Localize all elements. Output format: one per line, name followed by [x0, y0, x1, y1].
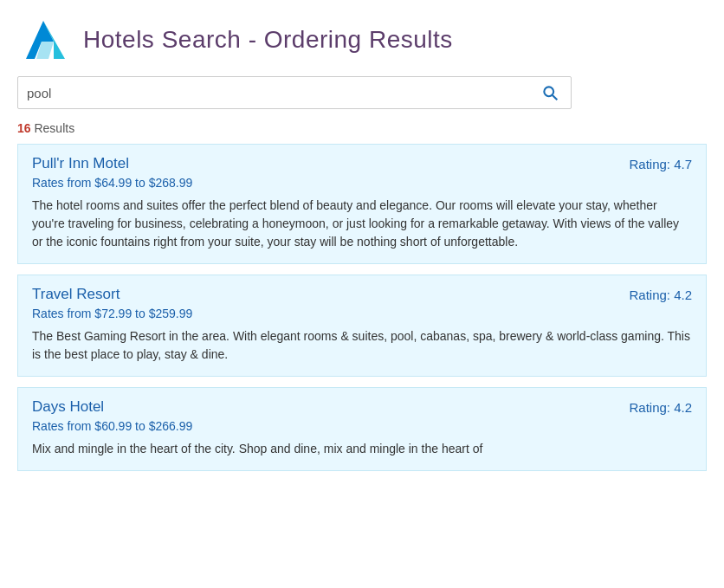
hotel-description-0: The hotel rooms and suites offer the per…: [32, 197, 692, 251]
hotel-name-2[interactable]: Days Hotel: [32, 398, 104, 416]
hotel-card-1: Travel Resort Rating: 4.2 Rates from $72…: [17, 275, 707, 377]
results-number: 16: [17, 121, 31, 135]
svg-line-5: [553, 95, 557, 100]
results-list[interactable]: Pull'r Inn Motel Rating: 4.7 Rates from …: [0, 144, 724, 588]
hotel-rating-0: Rating: 4.7: [629, 157, 692, 171]
hotel-rates-0: Rates from $64.99 to $268.99: [32, 176, 692, 190]
svg-point-4: [544, 87, 553, 96]
search-button[interactable]: [538, 81, 562, 105]
main-content: Pull'r Inn Motel Rating: 4.7 Rates from …: [0, 144, 724, 588]
hotel-card-0: Pull'r Inn Motel Rating: 4.7 Rates from …: [17, 144, 707, 264]
hotel-card-header-0: Pull'r Inn Motel Rating: 4.7: [32, 155, 692, 172]
header: Hotels Search - Ordering Results: [0, 0, 724, 76]
search-input[interactable]: [27, 86, 538, 100]
hotel-card-header-1: Travel Resort Rating: 4.2: [32, 286, 692, 303]
hotel-description-2: Mix and mingle in the heart of the city.…: [32, 440, 692, 458]
results-label: Results: [31, 121, 75, 135]
hotel-name-0[interactable]: Pull'r Inn Motel: [32, 155, 129, 172]
hotel-rating-2: Rating: 4.2: [629, 400, 692, 415]
results-count: 16 Results: [0, 118, 724, 144]
search-box: [17, 76, 572, 109]
logo: [17, 14, 69, 66]
page-title: Hotels Search - Ordering Results: [83, 26, 453, 54]
search-container: [0, 76, 724, 118]
hotel-description-1: The Best Gaming Resort in the area. With…: [32, 327, 692, 364]
search-icon: [541, 84, 559, 101]
hotel-rating-1: Rating: 4.2: [629, 288, 692, 302]
hotel-card-header-2: Days Hotel Rating: 4.2: [32, 398, 692, 416]
hotel-rates-2: Rates from $60.99 to $266.99: [32, 419, 692, 433]
hotel-name-1[interactable]: Travel Resort: [32, 286, 120, 303]
hotel-card-2: Days Hotel Rating: 4.2 Rates from $60.99…: [17, 387, 707, 471]
hotel-rates-1: Rates from $72.99 to $259.99: [32, 307, 692, 320]
